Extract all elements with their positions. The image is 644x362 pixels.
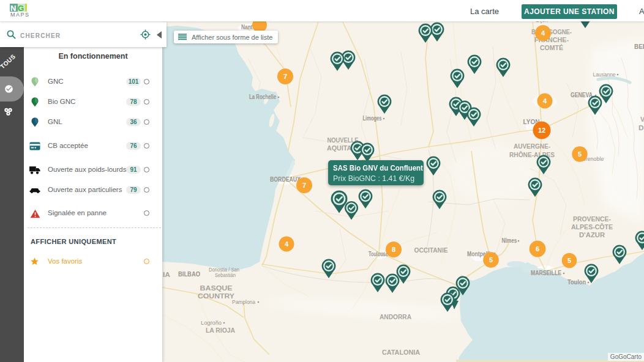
svg-text:Nîmes: Nîmes (502, 237, 517, 244)
svg-text:Toulon: Toulon (567, 279, 586, 286)
svg-text:8: 8 (392, 246, 395, 253)
svg-text:BORDEAUX: BORDEAUX (270, 176, 301, 183)
svg-text:N: N (10, 4, 16, 12)
svg-text:7: 7 (283, 73, 287, 80)
svg-text:ANDORRA: ANDORRA (380, 313, 411, 320)
svg-text:4: 4 (285, 240, 289, 248)
svg-text:Sebastián: Sebastián (215, 272, 236, 278)
svg-text:Lausanne: Lausanne (593, 71, 616, 78)
svg-text:La Rochelle: La Rochelle (249, 94, 276, 100)
svg-text:BERN: BERN (634, 43, 644, 50)
svg-text:D'AZUR: D'AZUR (579, 232, 605, 238)
svg-text:VA: VA (640, 116, 644, 123)
svg-text:AUVERGNE-: AUVERGNE- (514, 143, 550, 150)
svg-text:D'A: D'A (638, 125, 644, 131)
svg-text:COMTÉ: COMTÉ (540, 44, 563, 51)
svg-text:12: 12 (538, 127, 545, 134)
svg-text:Limoges: Limoges (363, 115, 382, 122)
svg-text:IA: IA (163, 271, 170, 278)
svg-text:7: 7 (302, 182, 306, 189)
svg-text:Dijon: Dijon (536, 21, 548, 23)
svg-text:4: 4 (541, 29, 545, 37)
svg-text:5: 5 (489, 256, 493, 264)
svg-text:5: 5 (578, 150, 582, 158)
svg-text:4: 4 (543, 97, 547, 105)
svg-text:MARSEILLE: MARSEILLE (531, 269, 561, 276)
svg-text:GENEVA: GENEVA (571, 91, 593, 98)
svg-text:Toulouse: Toulouse (369, 250, 388, 257)
svg-text:BILBAO: BILBAO (178, 271, 200, 278)
svg-text:CATALONIA: CATALONIA (382, 349, 420, 356)
svg-text:LA RIOJA: LA RIOJA (206, 327, 235, 334)
svg-text:ALPES-CÔTE: ALPES-CÔTE (571, 223, 613, 231)
svg-text:BASQUE: BASQUE (200, 284, 233, 292)
svg-text:PROVENCE-: PROVENCE- (573, 216, 611, 223)
svg-text:5: 5 (567, 257, 571, 264)
svg-text:Logroño: Logroño (201, 319, 222, 326)
svg-text:COUNTRY: COUNTRY (198, 292, 234, 300)
svg-text:OCCITANIE: OCCITANIE (414, 247, 448, 254)
svg-text:G: G (18, 4, 24, 12)
svg-text:Pamplona: Pamplona (232, 298, 256, 305)
svg-text:6: 6 (536, 245, 539, 253)
